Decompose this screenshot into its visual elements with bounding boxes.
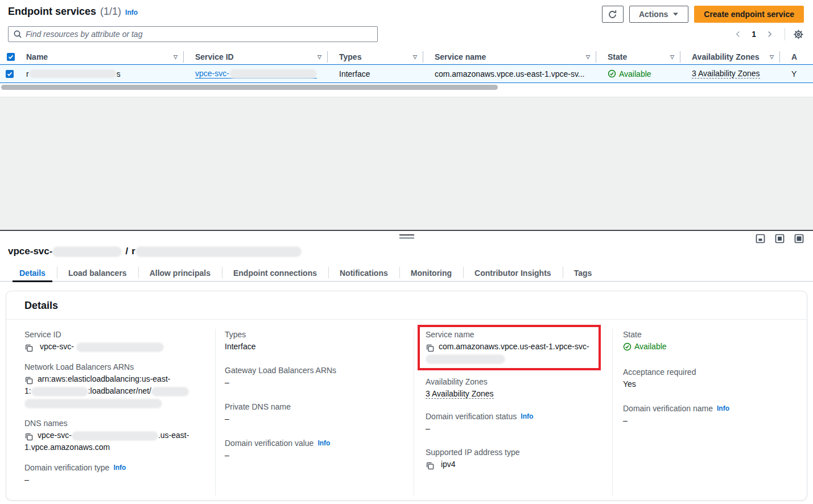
info-link[interactable]: Info [521,412,533,420]
pager-divider [785,28,785,40]
tab-notifications[interactable]: Notifications [328,265,399,281]
row-checkbox-cell[interactable] [0,70,19,78]
sort-icon[interactable]: ▽ [670,54,674,60]
sort-icon[interactable]: ▽ [317,54,321,60]
caret-down-icon [672,12,679,16]
search-icon [13,30,22,39]
details-column-1: Service ID vpce-svc- Network Load Balanc… [6,329,215,495]
next-page-button[interactable] [763,27,777,41]
scrollbar-thumb[interactable] [1,85,498,90]
column-header-partial[interactable]: A [785,52,813,61]
field-supported-ip-type: Supported IP address type ipv4 [426,448,605,470]
field-private-dns-name: Private DNS name – [225,402,405,425]
tab-monitoring[interactable]: Monitoring [399,265,463,281]
info-link[interactable]: Info [317,439,330,447]
field-acceptance-required: Acceptance required Yes [623,367,807,390]
az-popover-trigger[interactable]: 3 Availability Zones [692,69,760,79]
column-header-availability-zones[interactable]: Availability Zones ▽ [685,51,785,63]
redacted-account-id [32,388,87,395]
select-all-checkbox[interactable] [0,53,19,61]
field-domain-verification-name: Domain verification nameInfo – [623,404,807,427]
status-available-icon [623,342,632,351]
field-glb-arns: Gateway Load Balancers ARNs – [225,366,405,389]
current-page[interactable]: 1 [748,30,760,39]
details-column-2: Types Interface Gateway Load Balancers A… [215,329,414,495]
row-state-text: Available [619,69,651,79]
panel-layout-controls [756,234,804,243]
search-box[interactable] [8,26,378,42]
details-column-3: Service name com.amazonaws.vpce.us-east-… [414,329,612,495]
panel-drag-handle[interactable] [399,234,414,239]
copy-icon[interactable] [24,376,34,385]
panel-half-icon [775,234,785,243]
previous-page-button[interactable] [731,27,745,41]
column-header-name[interactable]: Name ▽ [19,51,188,63]
copy-icon[interactable] [24,344,34,353]
field-types: Types Interface [225,330,405,353]
tab-details[interactable]: Details [8,265,57,281]
tab-load-balancers[interactable]: Load balancers [57,265,138,281]
panel-size-small-button[interactable] [756,234,765,243]
pagination: 1 [731,27,804,41]
service-id-link[interactable]: vpce-svc- [195,69,317,79]
table-header-row: Name ▽ Service ID ▽ Types ▽ Service name… [0,49,813,64]
details-card: Details Service ID vpce-svc- Network Loa… [6,291,807,501]
field-state: State Available [623,330,807,354]
status-available-icon [608,69,616,78]
row-name-cell: r s [19,69,188,79]
chevron-right-icon [766,30,774,38]
redacted-arn-tail [26,400,161,407]
resource-count: (1/1) [100,6,121,18]
column-header-service-name[interactable]: Service name ▽ [428,51,601,63]
copy-icon[interactable] [426,461,435,470]
column-header-state[interactable]: State ▽ [601,51,685,63]
field-service-name: Service name com.amazonaws.vpce.us-east-… [426,330,593,365]
panel-title: vpce-svc- / r [8,246,813,257]
panel-size-large-button[interactable] [794,234,804,243]
check-icon [8,54,14,60]
column-header-service-id[interactable]: Service ID ▽ [188,51,332,63]
redacted-service-id [230,70,316,77]
table-row[interactable]: r s vpce-svc- Interface com.amazonaws.vp… [0,64,813,83]
column-header-types[interactable]: Types ▽ [332,51,428,63]
select-all-checkbox-box[interactable] [7,53,15,61]
create-endpoint-service-button[interactable]: Create endpoint service [694,6,804,23]
redacted-title-id [53,247,121,256]
search-input[interactable] [26,30,373,39]
row-state-cell: Available [601,69,685,79]
service-name-highlight: Service name com.amazonaws.vpce.us-east-… [418,325,601,370]
tab-contributor-insights[interactable]: Contributor Insights [463,265,563,281]
copy-icon[interactable] [24,432,34,441]
field-availability-zones: Availability Zones 3 Availability Zones [426,377,605,400]
field-dns-names: DNS names vpce-svc-.us-east- 1.vpce.amaz… [24,419,204,453]
horizontal-scrollbar[interactable] [0,85,813,90]
info-link[interactable]: Info [717,404,729,412]
redacted-title-name [137,247,300,256]
endpoint-services-table: Name ▽ Service ID ▽ Types ▽ Service name… [0,49,813,90]
row-checkbox[interactable] [6,70,14,78]
copy-icon[interactable] [426,344,435,353]
refresh-icon [608,10,617,19]
empty-area [0,97,813,230]
az-popover-trigger[interactable]: 3 Availability Zones [426,389,494,399]
sort-icon[interactable]: ▽ [586,54,590,60]
sort-icon[interactable]: ▽ [770,54,774,60]
page-title: Endpoint services [8,6,96,18]
sort-icon[interactable]: ▽ [174,54,178,60]
tab-endpoint-connections[interactable]: Endpoint connections [222,265,328,281]
field-service-id: Service ID vpce-svc- [24,330,204,353]
tab-tags[interactable]: Tags [563,265,604,281]
info-link[interactable]: Info [113,464,126,472]
toolbar: Actions Create endpoint service [602,6,804,23]
sort-icon[interactable]: ▽ [413,54,417,60]
panel-full-icon [794,234,804,243]
header-info-link[interactable]: Info [125,9,138,16]
actions-button[interactable]: Actions [629,6,688,23]
actions-button-label: Actions [639,10,668,19]
panel-tabs: Details Load balancers Allow principals … [0,265,813,282]
panel-size-medium-button[interactable] [775,234,785,243]
tab-allow-principals[interactable]: Allow principals [138,265,222,281]
controls-row: 1 [0,26,813,42]
preferences-button[interactable] [793,29,804,40]
refresh-button[interactable] [602,6,624,23]
